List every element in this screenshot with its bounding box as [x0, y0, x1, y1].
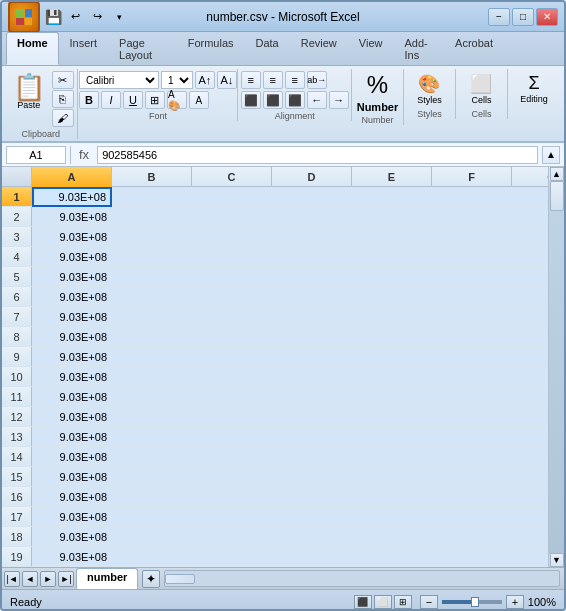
cell[interactable] — [512, 347, 548, 367]
cell[interactable] — [432, 547, 512, 567]
cell[interactable] — [512, 307, 548, 327]
h-scroll-thumb[interactable] — [165, 574, 195, 584]
cell[interactable] — [352, 367, 432, 387]
tab-page-layout[interactable]: Page Layout — [108, 32, 177, 65]
cell[interactable] — [432, 427, 512, 447]
cell[interactable] — [512, 527, 548, 547]
cell[interactable] — [512, 547, 548, 567]
minimize-button[interactable]: − — [488, 8, 510, 26]
styles-button[interactable]: 🎨 Styles — [415, 71, 444, 107]
cells-button[interactable]: ⬜ Cells — [468, 71, 494, 107]
cell[interactable] — [352, 347, 432, 367]
cell[interactable] — [112, 507, 192, 527]
row-number[interactable]: 9 — [2, 347, 32, 366]
cell[interactable] — [352, 427, 432, 447]
cut-button[interactable]: ✂ — [52, 71, 74, 89]
sheet-nav-last[interactable]: ►| — [58, 571, 74, 587]
cell[interactable] — [112, 467, 192, 487]
cell[interactable]: 9.03E+08 — [32, 227, 112, 247]
cell[interactable] — [512, 427, 548, 447]
tab-addins[interactable]: Add-Ins — [393, 32, 444, 65]
cell[interactable] — [272, 207, 352, 227]
cell[interactable] — [432, 367, 512, 387]
align-center-button[interactable]: ⬛ — [263, 91, 283, 109]
copy-button[interactable]: ⎘ — [52, 90, 74, 108]
formula-input[interactable] — [97, 146, 538, 164]
cell[interactable]: 9.03E+08 — [32, 467, 112, 487]
cell[interactable] — [432, 527, 512, 547]
redo-quick-button[interactable]: ↪ — [88, 8, 106, 26]
save-quick-button[interactable]: 💾 — [44, 8, 62, 26]
cell[interactable] — [272, 287, 352, 307]
zoom-slider[interactable] — [442, 600, 502, 604]
tab-insert[interactable]: Insert — [59, 32, 109, 65]
cell[interactable] — [272, 507, 352, 527]
vertical-scrollbar[interactable]: ▲ ▼ — [548, 167, 564, 567]
office-button[interactable] — [8, 1, 40, 33]
cell[interactable] — [352, 187, 432, 207]
cell[interactable] — [112, 407, 192, 427]
col-header-f[interactable]: F — [432, 167, 512, 187]
cell[interactable] — [352, 227, 432, 247]
row-number[interactable]: 16 — [2, 487, 32, 506]
decrease-font-button[interactable]: A↓ — [217, 71, 237, 89]
cell[interactable] — [352, 527, 432, 547]
cell[interactable] — [272, 347, 352, 367]
cell[interactable] — [112, 327, 192, 347]
col-header-g[interactable]: G — [512, 167, 548, 187]
cell[interactable] — [272, 547, 352, 567]
bold-button[interactable]: B — [79, 91, 99, 109]
cell[interactable] — [272, 247, 352, 267]
cell[interactable] — [432, 287, 512, 307]
cell[interactable] — [352, 487, 432, 507]
paste-button[interactable]: 📋 Paste — [8, 71, 50, 113]
cell[interactable] — [432, 407, 512, 427]
italic-button[interactable]: I — [101, 91, 121, 109]
row-number[interactable]: 13 — [2, 427, 32, 446]
cell[interactable] — [192, 327, 272, 347]
cell[interactable] — [432, 247, 512, 267]
cell[interactable]: 9.03E+08 — [32, 347, 112, 367]
font-color-button[interactable]: A — [189, 91, 209, 109]
cell[interactable] — [512, 247, 548, 267]
cell[interactable] — [192, 447, 272, 467]
cell[interactable] — [272, 267, 352, 287]
cell[interactable] — [112, 547, 192, 567]
row-number[interactable]: 10 — [2, 367, 32, 386]
cell[interactable] — [512, 267, 548, 287]
number-format-button[interactable]: Number — [357, 101, 399, 113]
cell[interactable] — [272, 407, 352, 427]
cell[interactable] — [432, 227, 512, 247]
cell[interactable] — [272, 447, 352, 467]
cell[interactable] — [352, 327, 432, 347]
cell[interactable] — [272, 387, 352, 407]
cell[interactable] — [272, 367, 352, 387]
cell[interactable] — [432, 347, 512, 367]
cell[interactable] — [112, 287, 192, 307]
cell[interactable] — [112, 347, 192, 367]
percent-icon[interactable]: % — [367, 71, 388, 99]
formula-expand-button[interactable]: ▲ — [542, 146, 560, 164]
cell[interactable]: 9.03E+08 — [32, 267, 112, 287]
undo-quick-button[interactable]: ↩ — [66, 8, 84, 26]
scroll-thumb[interactable] — [550, 181, 564, 211]
cell[interactable] — [192, 487, 272, 507]
scroll-down-button[interactable]: ▼ — [550, 553, 564, 567]
cell[interactable] — [512, 447, 548, 467]
cell[interactable] — [192, 207, 272, 227]
cell[interactable] — [432, 487, 512, 507]
indent-decrease-button[interactable]: ← — [307, 91, 327, 109]
row-number[interactable]: 6 — [2, 287, 32, 306]
font-size-select[interactable]: 11 — [161, 71, 193, 89]
cell[interactable] — [112, 427, 192, 447]
tab-view[interactable]: View — [348, 32, 394, 65]
row-number[interactable]: 3 — [2, 227, 32, 246]
cell[interactable] — [192, 507, 272, 527]
font-family-select[interactable]: Calibri — [79, 71, 159, 89]
cell[interactable] — [352, 287, 432, 307]
cell[interactable] — [112, 487, 192, 507]
cell[interactable] — [352, 467, 432, 487]
col-header-c[interactable]: C — [192, 167, 272, 187]
scroll-up-button[interactable]: ▲ — [550, 167, 564, 181]
cell[interactable] — [512, 487, 548, 507]
